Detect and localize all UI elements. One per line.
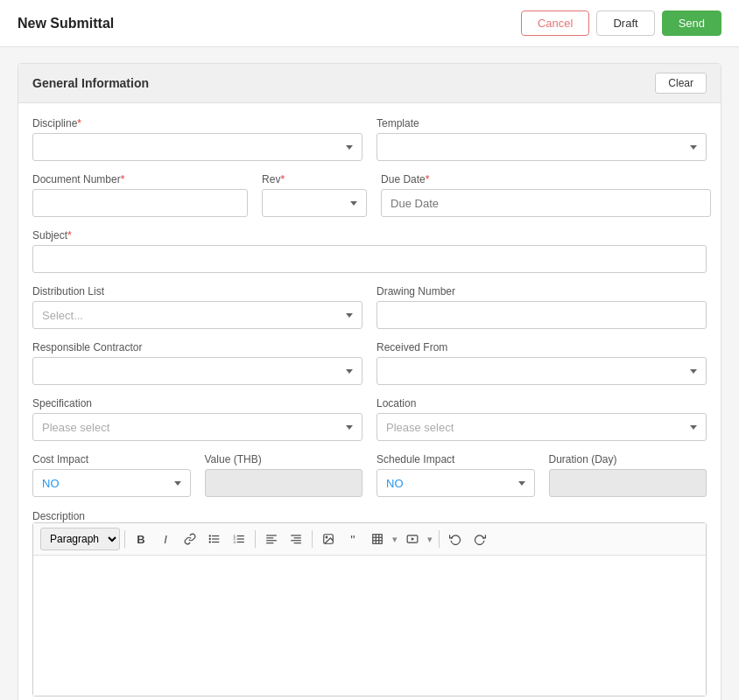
align-right-button[interactable] xyxy=(285,528,307,550)
rev-label: Rev* xyxy=(262,173,367,186)
media-chevron: ▾ xyxy=(426,534,434,545)
specification-label: Specification xyxy=(32,397,362,410)
doc-number-input[interactable] xyxy=(32,189,248,217)
discipline-label: Discipline* xyxy=(32,117,362,130)
svg-rect-22 xyxy=(373,535,383,544)
bold-button[interactable]: B xyxy=(130,528,152,550)
section-title: General Information xyxy=(32,76,149,90)
bullet-list-button[interactable] xyxy=(203,528,226,550)
cancel-button[interactable]: Cancel xyxy=(521,10,589,36)
description-label: Description xyxy=(32,510,85,522)
duration-day-group: Duration (Day) xyxy=(549,453,707,497)
svg-rect-9 xyxy=(237,538,244,539)
clear-button[interactable]: Clear xyxy=(655,73,707,94)
svg-point-2 xyxy=(209,538,211,540)
distribution-label: Distribution List xyxy=(32,285,362,298)
svg-rect-15 xyxy=(266,542,273,543)
svg-rect-16 xyxy=(291,535,301,536)
svg-point-21 xyxy=(326,536,327,538)
drawing-number-group: Drawing Number xyxy=(377,285,707,329)
row-distribution-drawing: Distribution List Select... Drawing Numb… xyxy=(32,285,707,329)
svg-rect-18 xyxy=(291,540,301,541)
due-date-input[interactable] xyxy=(381,189,711,217)
paragraph-select[interactable]: Paragraph xyxy=(40,528,120,550)
undo-button[interactable] xyxy=(444,528,467,550)
table-button[interactable] xyxy=(366,528,389,550)
row-docnum-rev-duedate: Document Number* Rev* Due Date* xyxy=(32,173,707,217)
due-date-group: Due Date* xyxy=(381,173,711,217)
due-date-label: Due Date* xyxy=(381,173,711,186)
media-button[interactable] xyxy=(401,528,424,550)
specification-group: Specification Please select xyxy=(32,397,362,441)
discipline-select[interactable] xyxy=(32,133,362,161)
value-thb-input xyxy=(205,469,363,497)
specification-select[interactable]: Please select xyxy=(32,413,362,441)
header-actions: Cancel Draft Send xyxy=(521,10,721,36)
align-left-button[interactable] xyxy=(260,528,283,550)
editor-body[interactable] xyxy=(33,556,706,696)
ordered-list-button[interactable]: 1.2.3. xyxy=(228,528,250,550)
location-select[interactable]: Please select xyxy=(377,413,707,441)
svg-rect-17 xyxy=(294,537,301,538)
svg-rect-3 xyxy=(212,538,219,539)
template-group: Template xyxy=(377,117,707,161)
link-button[interactable] xyxy=(179,528,201,550)
rev-select[interactable] xyxy=(262,189,367,217)
row-cost-schedule: Cost Impact NO Value (THB) Schedule Impa… xyxy=(32,453,707,497)
template-label: Template xyxy=(377,117,707,130)
duration-day-label: Duration (Day) xyxy=(549,453,707,466)
responsible-contractor-select[interactable] xyxy=(32,357,362,385)
form-container: General Information Clear Discipline* Te… xyxy=(18,63,721,700)
cost-impact-label: Cost Impact xyxy=(32,453,191,466)
svg-rect-1 xyxy=(212,536,219,536)
toolbar-divider-2 xyxy=(255,530,256,548)
svg-marker-28 xyxy=(412,537,415,541)
draft-button[interactable]: Draft xyxy=(596,10,654,36)
schedule-impact-select[interactable]: NO xyxy=(377,469,535,497)
svg-rect-13 xyxy=(266,537,273,538)
svg-text:3.: 3. xyxy=(234,540,236,544)
docnum-label: Document Number* xyxy=(32,173,248,186)
svg-rect-7 xyxy=(237,536,244,536)
editor-wrapper: Paragraph B I 1.2.3. xyxy=(32,522,707,696)
image-button[interactable] xyxy=(317,528,340,550)
toolbar-divider-3 xyxy=(312,530,313,548)
subject-group: Subject* xyxy=(32,229,707,273)
send-button[interactable]: Send xyxy=(662,10,721,36)
discipline-group: Discipline* xyxy=(32,117,362,161)
row-contractor-received: Responsible Contractor Received From xyxy=(32,341,707,385)
received-from-select[interactable] xyxy=(377,357,707,385)
duration-day-input xyxy=(549,469,707,497)
responsible-contractor-group: Responsible Contractor xyxy=(32,341,362,385)
value-thb-label: Value (THB) xyxy=(205,453,363,466)
subject-label: Subject* xyxy=(32,229,707,242)
distribution-select[interactable]: Select... xyxy=(32,301,362,329)
blockquote-button[interactable]: " xyxy=(341,528,364,550)
svg-point-0 xyxy=(209,535,211,536)
cost-impact-group: Cost Impact NO xyxy=(32,453,191,497)
schedule-impact-group: Schedule Impact NO xyxy=(377,453,535,497)
location-label: Location xyxy=(377,397,707,410)
redo-button[interactable] xyxy=(468,528,491,550)
value-thb-group: Value (THB) xyxy=(205,453,363,497)
svg-rect-19 xyxy=(294,542,301,543)
italic-button[interactable]: I xyxy=(154,528,177,550)
received-from-group: Received From xyxy=(377,341,707,385)
description-section: Description Paragraph B I xyxy=(32,509,707,696)
subject-input[interactable] xyxy=(32,245,707,273)
section-header: General Information Clear xyxy=(18,64,721,103)
location-group: Location Please select xyxy=(377,397,707,441)
responsible-contractor-label: Responsible Contractor xyxy=(32,341,362,354)
rev-group: Rev* xyxy=(262,173,367,217)
distribution-group: Distribution List Select... xyxy=(32,285,362,329)
cost-impact-select[interactable]: NO xyxy=(32,469,191,497)
row-spec-location: Specification Please select Location Ple… xyxy=(32,397,707,441)
svg-rect-12 xyxy=(266,535,277,536)
form-body: Discipline* Template Document Number* xyxy=(18,103,721,700)
drawing-number-label: Drawing Number xyxy=(377,285,707,298)
toolbar-divider-4 xyxy=(439,530,440,548)
docnum-group: Document Number* xyxy=(32,173,248,217)
row-discipline-template: Discipline* Template xyxy=(32,117,707,161)
template-select[interactable] xyxy=(377,133,707,161)
drawing-number-input[interactable] xyxy=(377,301,707,329)
